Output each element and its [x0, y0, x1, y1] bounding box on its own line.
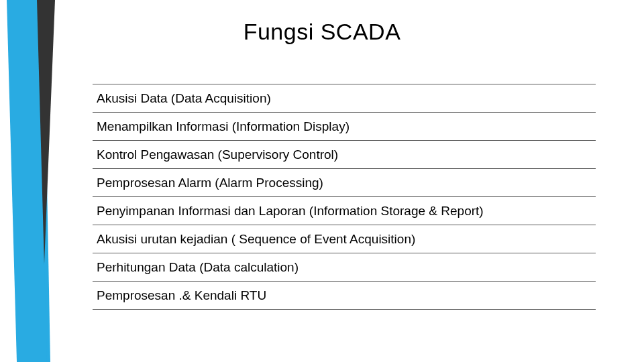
- left-accent-shape: [0, 0, 60, 362]
- list-item: Penyimpanan Informasi dan Laporan (Infor…: [93, 197, 596, 225]
- list-item: Perhitungan Data (Data calculation): [93, 253, 596, 282]
- slide-title: Fungsi SCADA: [0, 19, 644, 45]
- list-item: Akusisi Data (Data Acquisition): [93, 84, 596, 113]
- list-item: Pemprosesan .& Kendali RTU: [93, 282, 596, 310]
- function-list: Akusisi Data (Data Acquisition) Menampil…: [93, 84, 596, 310]
- list-item: Kontrol Pengawasan (Supervisory Control): [93, 141, 596, 169]
- list-item: Akusisi urutan kejadian ( Sequence of Ev…: [93, 225, 596, 253]
- list-item: Pemprosesan Alarm (Alarm Processing): [93, 169, 596, 197]
- list-item: Menampilkan Informasi (Information Displ…: [93, 113, 596, 141]
